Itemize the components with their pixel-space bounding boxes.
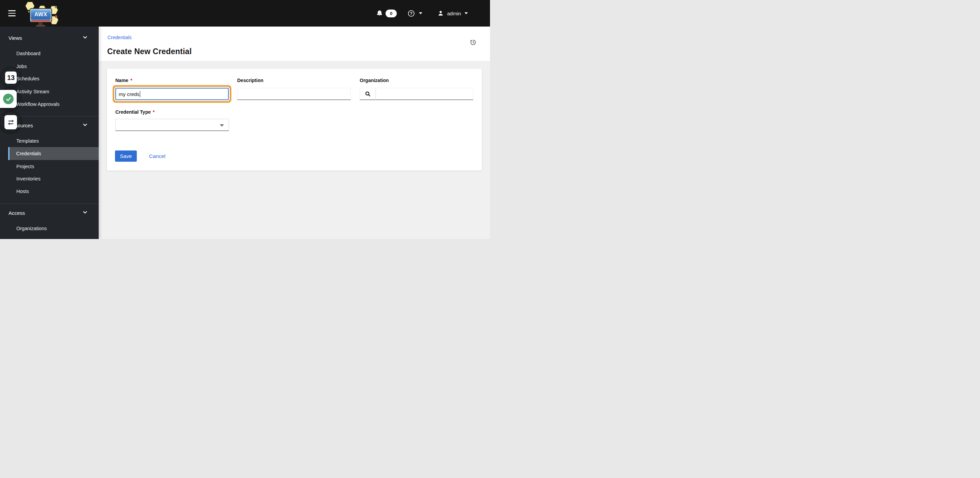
nav-group-access[interactable]: Access [0, 208, 99, 218]
nav-group-views[interactable]: Views [0, 33, 99, 43]
check-circle-icon [3, 94, 14, 104]
required-asterisk: * [130, 78, 132, 83]
create-credential-card: Name* Description Organization my creds … [107, 69, 482, 170]
view-history-button[interactable] [468, 37, 478, 47]
save-button[interactable]: Save [115, 150, 137, 162]
description-field-label: Description [237, 78, 263, 83]
sidebar-item-dashboard[interactable]: Dashboard [0, 47, 99, 60]
annotation-success-badge [0, 90, 17, 108]
sidebar-item-organizations[interactable]: Organizations [0, 222, 99, 235]
bell-icon [376, 10, 383, 17]
username-label: admin [447, 11, 461, 16]
organization-field-label: Organization [360, 78, 389, 83]
logo-node-dot [55, 6, 57, 8]
history-icon [470, 39, 476, 46]
search-icon [365, 91, 371, 97]
nav-toggle-button[interactable] [8, 9, 16, 18]
sidebar-item-credentials[interactable]: Credentials [8, 147, 99, 160]
awx-logo[interactable]: AWX [25, 1, 60, 27]
select-caret-icon [220, 124, 224, 127]
chevron-down-icon [419, 12, 422, 14]
notification-count-badge: 0 [385, 10, 397, 18]
page-title: Create New Credential [107, 47, 192, 56]
sidebar-item-hosts[interactable]: Hosts [0, 185, 99, 198]
sidebar-item-inventories[interactable]: Inventories [0, 172, 99, 185]
annotation-swap-badge [5, 115, 17, 129]
breadcrumb-credentials-link[interactable]: Credentials [108, 35, 132, 40]
organization-lookup-button[interactable] [360, 88, 375, 100]
chevron-down-icon [83, 36, 87, 39]
organization-input[interactable] [375, 88, 473, 100]
sidebar-divider [0, 204, 99, 204]
notifications-button[interactable]: 0 [376, 0, 397, 27]
name-input-value: my creds [119, 91, 140, 97]
logo-monitor-base [36, 25, 45, 27]
question-circle-icon: ? [408, 10, 415, 17]
svg-text:?: ? [410, 11, 412, 16]
annotation-step-count-badge: 13 [5, 72, 17, 84]
credential-type-select[interactable] [115, 119, 229, 131]
logo-text: AWX [34, 11, 47, 18]
sidebar-item-templates[interactable]: Templates [0, 134, 99, 147]
chevron-down-icon [83, 211, 87, 214]
masthead: AWX 0 ? admin [0, 0, 490, 27]
chevron-down-icon [465, 12, 468, 14]
swap-arrows-icon [7, 120, 14, 125]
chevron-down-icon [83, 124, 87, 126]
awx-app-window: AWX 0 ? admin [0, 0, 490, 239]
cancel-button[interactable]: Cancel [149, 150, 165, 162]
name-field-label: Name* [115, 78, 132, 83]
user-menu[interactable]: admin [438, 0, 468, 27]
help-menu[interactable]: ? [408, 0, 422, 27]
credential-type-field-label: Credential Type* [115, 109, 154, 115]
sidebar-item-projects[interactable]: Projects [0, 160, 99, 173]
description-input[interactable] [237, 88, 351, 100]
required-asterisk: * [153, 109, 154, 115]
user-icon [438, 10, 444, 16]
logo-node-dot [55, 15, 57, 18]
sidebar-nav: Views Dashboard Jobs Schedules Activity … [0, 27, 99, 239]
logo-monitor: AWX [30, 8, 52, 22]
name-input[interactable]: my creds [115, 88, 229, 100]
text-cursor [140, 91, 140, 97]
hamburger-icon [8, 10, 16, 11]
sidebar-item-jobs[interactable]: Jobs [0, 60, 99, 73]
